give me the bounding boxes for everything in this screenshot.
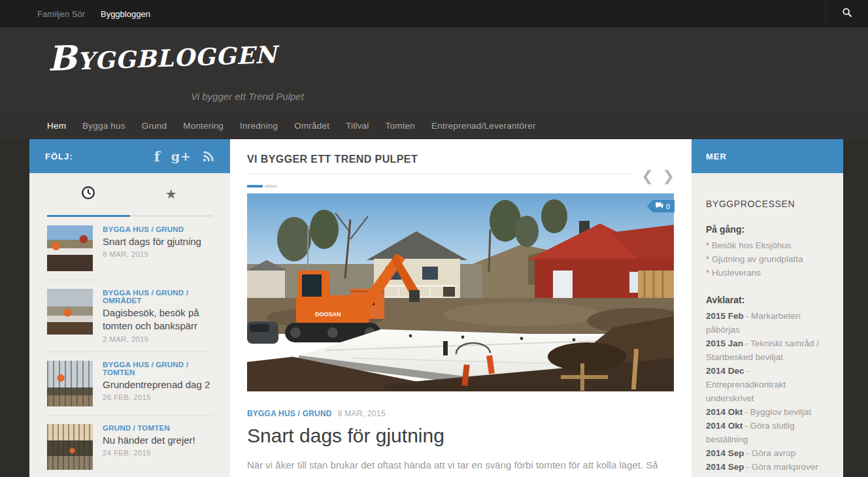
carousel-pager xyxy=(247,185,675,188)
google-plus-icon[interactable]: g+ xyxy=(171,149,192,163)
done-item-date: 2015 Jan xyxy=(706,338,743,348)
done-item-date: 2014 Sep xyxy=(706,448,744,458)
nav-item[interactable]: Tillval xyxy=(346,121,369,131)
post-categories[interactable]: BYGGA HUS / GRUND / OMRÅDET xyxy=(103,289,212,304)
more-bar: MER xyxy=(692,139,843,173)
done-item: 2014 Jul- Ansöka om bygglov xyxy=(706,474,829,477)
site-header: Byggbloggen Vi bygger ett Trend Pulpet xyxy=(0,27,868,111)
post-thumbnail[interactable] xyxy=(47,225,93,271)
post-date: 2 MAR, 2015 xyxy=(103,335,212,343)
content-area: FÖLJ: f g+ ★ xyxy=(29,139,843,477)
post-date: 8 MAR, 2015 xyxy=(338,409,386,418)
done-item-text: - Bygglov beviljat xyxy=(744,407,811,417)
list-item[interactable]: GRUND / TOMTEN Nu händer det grejer! 24 … xyxy=(47,415,212,477)
post-info: BYGGA HUS / GRUND Snart dags för gjutnin… xyxy=(103,225,201,271)
nav-item[interactable]: Området xyxy=(294,121,329,131)
done-item-date: 2014 Okt xyxy=(706,421,743,431)
post-thumbnail[interactable] xyxy=(47,361,93,406)
post-info: BYGGA HUS / GRUND / OMRÅDET Dagisbesök, … xyxy=(103,289,212,343)
done-item: 2014 Okt- Göra slutlig beställning xyxy=(706,419,829,446)
clock-icon xyxy=(81,186,95,203)
post-date: 24 FEB, 2015 xyxy=(103,449,195,457)
sidebar-tabs: ★ xyxy=(47,173,212,217)
post-title[interactable]: Snart dags för gjutning xyxy=(103,235,201,248)
list-item[interactable]: BYGGA HUS / GRUND / OMRÅDET Dagisbesök, … xyxy=(47,280,212,352)
rss-icon[interactable] xyxy=(202,150,214,163)
comment-count: 0 xyxy=(666,203,670,210)
post-categories[interactable]: BYGGA HUS / GRUND xyxy=(247,409,332,418)
topbar-link[interactable]: Byggbloggen xyxy=(101,9,150,19)
top-bar-links: Familjen SörByggbloggen xyxy=(0,9,150,19)
post-date: 26 FEB, 2015 xyxy=(103,393,212,401)
list-item[interactable]: BYGGA HUS / GRUND / TOMTEN Grundentrepre… xyxy=(47,352,212,415)
pager-bar[interactable] xyxy=(265,185,277,188)
post-title[interactable]: Snart dags för gjutning xyxy=(247,425,675,447)
post-meta: BYGGA HUS / GRUND 8 MAR, 2015 xyxy=(247,409,675,418)
widget-title: BYGGPROCESSEN xyxy=(706,199,829,209)
carousel-arrows: ❮ ❯ xyxy=(635,169,675,184)
ongoing-item: * Besök hos Eksjöhus xyxy=(706,238,829,252)
list-item[interactable]: BYGGA HUS / GRUND Snart dags för gjutnin… xyxy=(47,217,212,280)
main-content: VI BYGGER ETT TREND PULPET ❮ ❯ xyxy=(230,139,692,477)
site-tagline: Vi bygger ett Trend Pulpet xyxy=(191,91,304,102)
post-categories[interactable]: BYGGA HUS / GRUND / TOMTEN xyxy=(103,361,212,376)
nav-item[interactable]: Entreprenad/Leverantörer xyxy=(431,121,535,131)
done-item-date: 2014 Okt xyxy=(706,407,743,417)
social-icons: f g+ xyxy=(154,148,214,165)
done-item: 2014 Sep- Göra avrop xyxy=(706,446,829,460)
done-item-text: - Göra markprover xyxy=(746,462,818,472)
follow-bar: FÖLJ: f g+ xyxy=(29,139,230,173)
left-sidebar-body: ★ BYGGA HUS / GRUND Snart dags för gjutn… xyxy=(29,173,230,477)
ongoing-item: * Husleverans xyxy=(706,266,829,280)
main-nav: HemBygga husGrundMonteringInredningOmråd… xyxy=(0,111,868,139)
done-list: 2015 Feb- Markarbeten påbörjas 2015 Jan-… xyxy=(706,309,829,477)
done-item-date: 2015 Feb xyxy=(706,311,744,321)
tab-recent[interactable] xyxy=(47,173,130,217)
done-item: 2015 Feb- Markarbeten påbörjas xyxy=(706,309,829,337)
section-header: VI BYGGER ETT TREND PULPET ❮ ❯ xyxy=(247,139,675,174)
facebook-icon[interactable]: f xyxy=(154,148,161,165)
post-title[interactable]: Grundentreprenad dag 2 xyxy=(103,378,212,391)
post-categories[interactable]: GRUND / TOMTEN xyxy=(103,424,195,432)
search-button[interactable] xyxy=(826,0,868,27)
star-icon: ★ xyxy=(165,188,177,201)
featured-image[interactable]: DOOSAN xyxy=(247,193,675,391)
topbar-link[interactable]: Familjen Sör xyxy=(37,9,85,19)
ongoing-item: * Gjutning av grundplatta xyxy=(706,252,829,266)
post-title[interactable]: Nu händer det grejer! xyxy=(103,434,195,447)
done-item-date: 2014 Sep xyxy=(706,462,744,472)
post-title[interactable]: Dagisbesök, besök på tomten och bankspär… xyxy=(103,306,212,333)
nav-item[interactable]: Tomten xyxy=(386,121,415,131)
post-info: BYGGA HUS / GRUND / TOMTEN Grundentrepre… xyxy=(103,361,212,406)
left-sidebar: FÖLJ: f g+ ★ xyxy=(29,139,230,477)
next-arrow-icon[interactable]: ❯ xyxy=(663,169,675,184)
more-label: MER xyxy=(706,152,727,161)
recent-posts-list: BYGGA HUS / GRUND Snart dags för gjutnin… xyxy=(47,217,212,477)
post-thumbnail[interactable] xyxy=(47,289,93,335)
section-title: VI BYGGER ETT TREND PULPET xyxy=(247,154,675,165)
post-categories[interactable]: BYGGA HUS / GRUND xyxy=(103,225,201,233)
done-item: 2014 Sep- Göra markprover xyxy=(706,460,829,474)
right-sidebar-body: BYGGPROCESSEN På gång: * Besök hos Eksjö… xyxy=(692,173,843,477)
construction-site-photo: DOOSAN xyxy=(247,193,674,391)
prev-arrow-icon[interactable]: ❮ xyxy=(641,169,653,184)
done-item: 2014 Dec- Entreprenadkontrakt underskriv… xyxy=(706,364,829,405)
ongoing-list: * Besök hos Eksjöhus* Gjutning av grundp… xyxy=(706,238,829,280)
nav-item[interactable]: Bygga hus xyxy=(82,121,125,131)
pager-bar-active[interactable] xyxy=(247,185,263,188)
tab-favorites[interactable]: ★ xyxy=(130,173,213,217)
comment-badge[interactable]: 0 xyxy=(647,200,675,212)
post-info: GRUND / TOMTEN Nu händer det grejer! 24 … xyxy=(103,424,195,470)
post-thumbnail[interactable] xyxy=(47,424,93,470)
nav-item[interactable]: Grund xyxy=(142,121,167,131)
done-item: 2014 Okt- Bygglov beviljat xyxy=(706,405,829,419)
nav-item[interactable]: Hem xyxy=(47,121,66,131)
post-excerpt: När vi åker till stan brukar det oftast … xyxy=(247,455,675,477)
site-logo[interactable]: Byggbloggen xyxy=(47,34,278,76)
post-date: 8 MAR, 2015 xyxy=(103,250,201,258)
search-icon xyxy=(842,7,852,20)
done-item-text: - Göra avrop xyxy=(746,448,796,458)
nav-item[interactable]: Montering xyxy=(183,121,224,131)
nav-item[interactable]: Inredning xyxy=(240,121,278,131)
follow-label: FÖLJ: xyxy=(45,152,73,161)
